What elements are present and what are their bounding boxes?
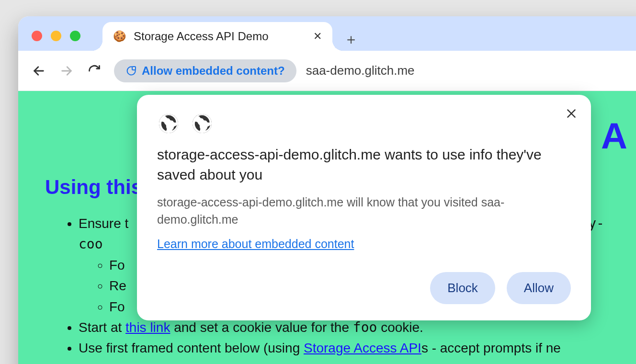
window-maximize-button[interactable] bbox=[70, 31, 80, 41]
permission-chip-label: Allow embedded content? bbox=[142, 64, 285, 78]
prompt-close-button[interactable] bbox=[565, 107, 578, 122]
tab-favicon: 🍪 bbox=[113, 30, 126, 43]
prompt-title: storage-access-api-demo.glitch.me wants … bbox=[157, 145, 571, 185]
storage-access-api-link[interactable]: Storage Access API bbox=[304, 341, 421, 355]
nav-forward-button[interactable] bbox=[58, 63, 75, 79]
block-button[interactable]: Block bbox=[430, 272, 495, 304]
toolbar: Allow embedded content? saa-demo.glitch.… bbox=[18, 51, 636, 91]
window-close-button[interactable] bbox=[32, 31, 42, 41]
this-link[interactable]: this link bbox=[125, 320, 170, 335]
prompt-subtitle: storage-access-api-demo.glitch.me will k… bbox=[157, 193, 571, 228]
window-minimize-button[interactable] bbox=[51, 31, 61, 41]
address-url: saa-demo.glitch.me bbox=[306, 63, 415, 78]
embed-icon bbox=[125, 65, 137, 77]
browser-window: 🍪 Storage Access API Demo ✕ ＋ Allow embe… bbox=[18, 16, 636, 364]
omnibox[interactable]: Allow embedded content? saa-demo.glitch.… bbox=[114, 59, 636, 83]
list-item: Use first framed content below (using St… bbox=[79, 338, 627, 358]
globe-icon bbox=[191, 112, 214, 135]
tab-title: Storage Access API Demo bbox=[134, 30, 306, 43]
allow-button[interactable]: Allow bbox=[507, 272, 571, 304]
learn-more-link[interactable]: Learn more about embedded content bbox=[157, 237, 354, 250]
new-tab-button[interactable]: ＋ bbox=[344, 30, 358, 49]
permission-prompt: storage-access-api-demo.glitch.me wants … bbox=[137, 95, 591, 320]
globe-icon bbox=[157, 112, 180, 135]
svg-rect-2 bbox=[132, 67, 136, 70]
browser-tab[interactable]: 🍪 Storage Access API Demo ✕ bbox=[102, 22, 332, 51]
tab-close-button[interactable]: ✕ bbox=[313, 31, 322, 42]
nav-reload-button[interactable] bbox=[86, 63, 102, 79]
tab-strip: 🍪 Storage Access API Demo ✕ ＋ bbox=[18, 16, 636, 51]
window-traffic-lights bbox=[32, 31, 80, 41]
nav-back-button[interactable] bbox=[31, 63, 47, 79]
permission-chip[interactable]: Allow embedded content? bbox=[114, 59, 296, 82]
